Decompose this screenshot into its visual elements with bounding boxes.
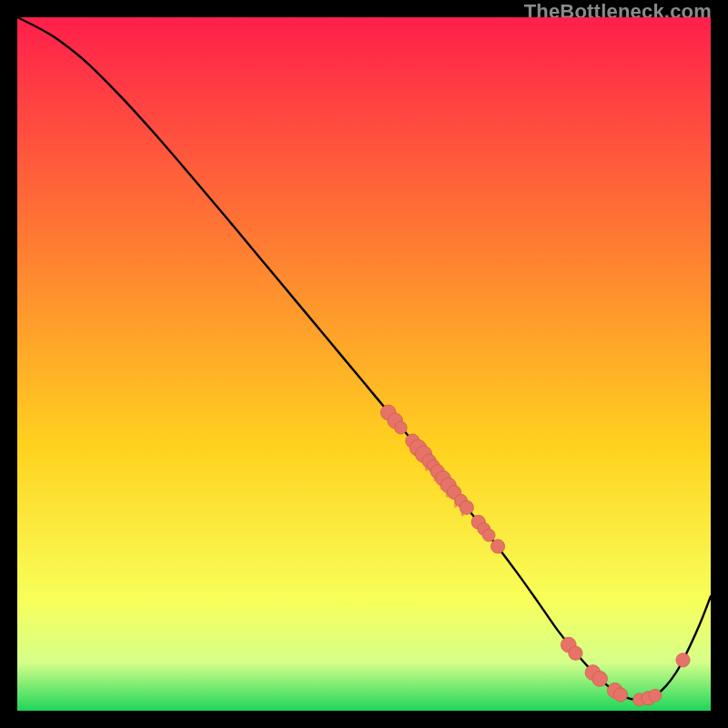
- chart-stage: TheBottleneck.com: [0, 0, 728, 728]
- chart-svg: [17, 17, 711, 711]
- data-marker: [649, 689, 662, 702]
- heatmap-background: [17, 17, 711, 711]
- data-marker: [460, 500, 473, 514]
- data-marker: [569, 646, 582, 660]
- data-marker: [613, 688, 627, 702]
- data-marker: [592, 672, 608, 687]
- data-marker: [490, 540, 504, 553]
- plot-area: [17, 17, 711, 711]
- data-marker: [482, 529, 495, 541]
- data-marker: [676, 653, 690, 667]
- data-marker: [395, 421, 408, 434]
